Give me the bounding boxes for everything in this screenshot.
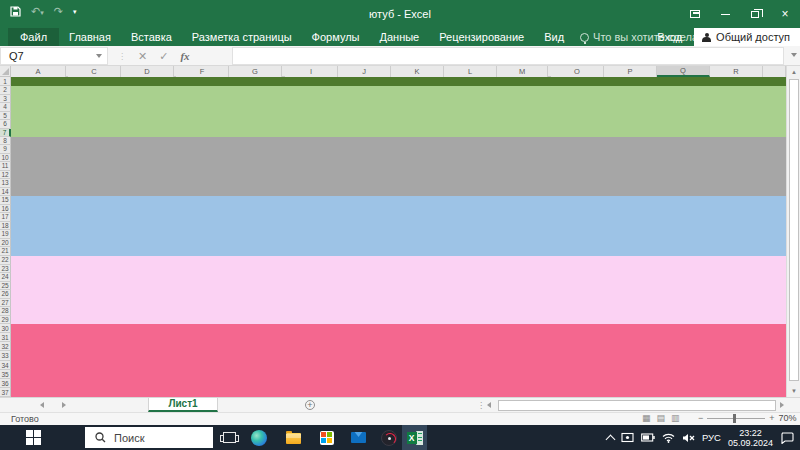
row-header-9[interactable]: 9 [0,145,11,153]
volume-muted-icon[interactable] [682,433,695,443]
worksheet-grid[interactable]: РенофаТотигиЮКД/КоркМирамарПнрльТритиКер… [0,66,800,397]
row-header-24[interactable]: 24 [0,273,11,282]
col-header-G[interactable]: G [229,66,282,77]
row-header-20[interactable]: 20 [0,239,11,248]
row-header-5[interactable]: 5 [0,112,11,121]
row-header-23[interactable]: 23 [0,265,11,274]
row-header-7[interactable]: 7 [0,129,11,138]
row-header-19[interactable]: 19 [0,230,11,239]
share-button[interactable]: Общий доступ [694,28,800,46]
zoom-slider[interactable] [707,418,765,419]
wifi-icon[interactable] [662,433,675,443]
vertical-scroll-thumb[interactable] [789,79,799,381]
tab-data[interactable]: Данные [369,28,429,46]
formula-input[interactable] [232,47,784,65]
row-header-26[interactable]: 26 [0,290,11,299]
row-header-1[interactable]: 1 [0,77,11,86]
cancel-formula-icon[interactable]: ✕ [138,50,147,63]
row-header-13[interactable]: 13 [0,179,11,187]
row-header-36[interactable]: 36 [0,379,11,388]
sheet-nav-left-icon[interactable] [40,402,44,408]
zoom-level[interactable]: 70% [779,413,797,423]
col-header-J[interactable]: J [338,66,391,77]
vertical-scrollbar[interactable]: ▲ ▼ [786,66,800,397]
horizontal-scroll-thumb[interactable] [498,400,776,411]
tab-page-layout[interactable]: Разметка страницы [182,28,302,46]
row-header-6[interactable]: 6 [0,120,11,129]
sheet-tab[interactable]: Лист1 [148,398,218,412]
dark-browser-icon[interactable] [380,429,397,446]
excel-taskbar-icon[interactable]: X [402,425,427,450]
tab-formulas[interactable]: Формулы [302,28,370,46]
row-header-17[interactable]: 17 [0,213,11,222]
taskbar-clock[interactable]: 23:22 05.09.2024 [728,428,773,448]
sheet-nav-right-icon[interactable] [62,402,66,408]
store-icon[interactable] [318,429,335,446]
zoom-in-icon[interactable]: + [769,413,774,423]
tab-file[interactable]: Файл [8,28,59,46]
row-header-34[interactable]: 34 [0,361,11,370]
start-button[interactable] [26,430,41,445]
row-header-15[interactable]: 15 [0,196,11,205]
language-indicator[interactable]: РУС [702,432,721,443]
row-header-33[interactable]: 33 [0,351,11,360]
row-header-10[interactable]: 10 [0,154,11,162]
row-header-18[interactable]: 18 [0,222,11,231]
col-header-A[interactable]: A [11,66,66,77]
row-header-11[interactable]: 11 [0,162,11,170]
formula-bar-expand-icon[interactable] [791,53,797,57]
scroll-down-icon[interactable]: ▼ [787,385,800,397]
page-break-view-icon[interactable]: ▥ [671,413,680,423]
insert-function-icon[interactable]: fx [180,50,189,62]
horizontal-scrollbar[interactable] [487,398,787,413]
hidden-icons-chevron[interactable] [605,434,615,444]
select-all-corner[interactable] [0,66,11,77]
col-header-blank[interactable] [763,66,786,77]
ribbon-display-options-icon[interactable] [680,0,710,28]
row-header-32[interactable]: 32 [0,342,11,351]
mail-icon[interactable] [350,429,367,446]
page-layout-view-icon[interactable]: ▤ [657,413,666,423]
col-header-I[interactable]: I [285,66,338,77]
col-header-F[interactable]: F [176,66,229,77]
row-header-31[interactable]: 31 [0,333,11,342]
col-header-M[interactable]: M [497,66,548,77]
cast-icon[interactable] [621,432,634,443]
row-header-3[interactable]: 3 [0,95,11,104]
row-header-30[interactable]: 30 [0,324,11,333]
tab-review[interactable]: Рецензирование [429,28,534,46]
enter-formula-icon[interactable]: ✓ [159,50,168,63]
zoom-out-icon[interactable]: − [698,413,703,423]
row-header-14[interactable]: 14 [0,188,11,196]
row-header-29[interactable]: 29 [0,316,11,325]
scroll-up-icon[interactable]: ▲ [787,66,800,78]
col-header-P[interactable]: P [604,66,657,77]
edge-icon[interactable] [250,429,267,446]
tab-home[interactable]: Главная [59,28,121,46]
tab-insert[interactable]: Вставка [121,28,182,46]
normal-view-icon[interactable]: ▦ [642,413,651,423]
row-header-2[interactable]: 2 [0,86,11,95]
col-header-R[interactable]: R [710,66,763,77]
row-header-8[interactable]: 8 [0,137,11,145]
name-box[interactable]: Q7 [0,47,108,65]
col-header-C[interactable]: C [68,66,121,77]
sign-in-link[interactable]: Вход [645,31,694,43]
restore-icon[interactable] [740,0,770,28]
taskbar-search[interactable]: Поиск [85,427,213,448]
col-header-K[interactable]: K [391,66,444,77]
scrollbar-resize-handle[interactable]: ⋮ [477,401,485,410]
col-header-D[interactable]: D [121,66,174,77]
row-header-35[interactable]: 35 [0,370,11,379]
row-header-4[interactable]: 4 [0,103,11,112]
scroll-right-icon[interactable] [780,402,784,408]
row-header-16[interactable]: 16 [0,205,11,214]
row-header-12[interactable]: 12 [0,171,11,179]
row-header-37[interactable]: 37 [0,388,11,397]
battery-icon[interactable] [641,433,655,442]
scroll-left-icon[interactable] [487,402,491,408]
row-header-25[interactable]: 25 [0,282,11,291]
add-sheet-icon[interactable]: + [305,400,315,410]
col-header-O[interactable]: O [551,66,604,77]
file-explorer-icon[interactable] [285,429,302,446]
